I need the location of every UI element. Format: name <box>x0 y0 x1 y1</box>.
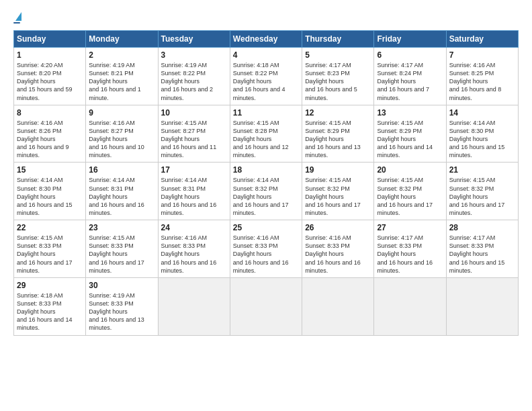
week-row-1: 1 Sunrise: 4:20 AMSunset: 8:20 PMDayligh… <box>14 48 519 105</box>
day-number: 14 <box>449 108 515 118</box>
calendar-cell: 8 Sunrise: 4:16 AMSunset: 8:26 PMDayligh… <box>14 105 86 163</box>
day-number: 12 <box>305 108 371 118</box>
calendar-cell: 26 Sunrise: 4:16 AMSunset: 8:33 PMDaylig… <box>302 220 374 278</box>
cell-info: Sunrise: 4:16 AMSunset: 8:33 PMDaylight … <box>161 234 217 274</box>
cell-info: Sunrise: 4:16 AMSunset: 8:25 PMDaylight … <box>449 62 502 101</box>
calendar-cell: 30 Sunrise: 4:19 AMSunset: 8:33 PMDaylig… <box>86 277 158 335</box>
cell-info: Sunrise: 4:16 AMSunset: 8:26 PMDaylight … <box>17 120 69 159</box>
calendar-cell: 15 Sunrise: 4:14 AMSunset: 8:30 PMDaylig… <box>14 163 86 220</box>
cell-info: Sunrise: 4:19 AMSunset: 8:22 PMDaylight … <box>161 62 214 101</box>
day-number: 2 <box>89 50 154 60</box>
calendar-table: SundayMondayTuesdayWednesdayThursdayFrid… <box>13 30 519 336</box>
calendar-cell <box>158 277 230 335</box>
cell-info: Sunrise: 4:17 AMSunset: 8:33 PMDaylight … <box>377 234 433 274</box>
day-number: 22 <box>17 223 83 232</box>
calendar-cell: 27 Sunrise: 4:17 AMSunset: 8:33 PMDaylig… <box>374 220 446 278</box>
cell-info: Sunrise: 4:15 AMSunset: 8:27 PMDaylight … <box>161 120 217 159</box>
logo-triangle-icon <box>15 12 21 21</box>
cell-info: Sunrise: 4:16 AMSunset: 8:33 PMDaylight … <box>233 234 289 274</box>
weekday-header-wednesday: Wednesday <box>230 31 302 48</box>
day-number: 23 <box>89 223 154 232</box>
day-number: 17 <box>161 165 227 175</box>
weekday-header-thursday: Thursday <box>302 31 374 48</box>
calendar-cell: 23 Sunrise: 4:15 AMSunset: 8:33 PMDaylig… <box>86 220 158 278</box>
calendar-cell: 19 Sunrise: 4:15 AMSunset: 8:32 PMDaylig… <box>302 163 374 220</box>
day-number: 15 <box>17 165 83 175</box>
cell-info: Sunrise: 4:17 AMSunset: 8:23 PMDaylight … <box>305 62 357 101</box>
calendar-cell <box>302 277 374 335</box>
page: SundayMondayTuesdayWednesdayThursdayFrid… <box>0 0 532 411</box>
calendar-cell <box>230 277 302 335</box>
day-number: 6 <box>377 50 443 60</box>
cell-info: Sunrise: 4:14 AMSunset: 8:30 PMDaylight … <box>449 120 505 159</box>
day-number: 8 <box>17 108 83 118</box>
calendar-cell: 22 Sunrise: 4:15 AMSunset: 8:33 PMDaylig… <box>14 220 86 278</box>
calendar-cell: 1 Sunrise: 4:20 AMSunset: 8:20 PMDayligh… <box>14 48 86 105</box>
cell-info: Sunrise: 4:16 AMSunset: 8:27 PMDaylight … <box>89 120 144 159</box>
cell-info: Sunrise: 4:18 AMSunset: 8:33 PMDaylight … <box>17 292 73 332</box>
cell-info: Sunrise: 4:15 AMSunset: 8:33 PMDaylight … <box>17 234 73 274</box>
calendar-cell: 20 Sunrise: 4:15 AMSunset: 8:32 PMDaylig… <box>374 163 446 220</box>
calendar-cell <box>374 277 446 335</box>
cell-info: Sunrise: 4:14 AMSunset: 8:31 PMDaylight … <box>89 177 144 216</box>
calendar-cell: 4 Sunrise: 4:18 AMSunset: 8:22 PMDayligh… <box>230 48 302 105</box>
calendar-cell: 18 Sunrise: 4:14 AMSunset: 8:32 PMDaylig… <box>230 163 302 220</box>
day-number: 21 <box>449 165 515 175</box>
calendar-cell: 12 Sunrise: 4:15 AMSunset: 8:29 PMDaylig… <box>302 105 374 163</box>
cell-info: Sunrise: 4:17 AMSunset: 8:24 PMDaylight … <box>377 62 429 101</box>
day-number: 18 <box>233 165 299 175</box>
day-number: 30 <box>89 281 154 290</box>
calendar-cell: 10 Sunrise: 4:15 AMSunset: 8:27 PMDaylig… <box>158 105 230 163</box>
weekday-header-tuesday: Tuesday <box>158 31 230 48</box>
header <box>13 12 519 24</box>
weekday-header-row: SundayMondayTuesdayWednesdayThursdayFrid… <box>14 31 519 48</box>
logo-blue-text <box>13 22 20 24</box>
weekday-header-sunday: Sunday <box>14 31 86 48</box>
weekday-header-friday: Friday <box>374 31 446 48</box>
cell-info: Sunrise: 4:14 AMSunset: 8:31 PMDaylight … <box>161 177 217 216</box>
calendar-cell: 28 Sunrise: 4:17 AMSunset: 8:33 PMDaylig… <box>446 220 518 278</box>
day-number: 19 <box>305 165 371 175</box>
calendar-cell: 25 Sunrise: 4:16 AMSunset: 8:33 PMDaylig… <box>230 220 302 278</box>
day-number: 28 <box>449 223 515 232</box>
day-number: 11 <box>233 108 299 118</box>
calendar-cell: 14 Sunrise: 4:14 AMSunset: 8:30 PMDaylig… <box>446 105 518 163</box>
calendar-cell: 21 Sunrise: 4:15 AMSunset: 8:32 PMDaylig… <box>446 163 518 220</box>
day-number: 16 <box>89 165 154 175</box>
week-row-4: 22 Sunrise: 4:15 AMSunset: 8:33 PMDaylig… <box>14 220 519 278</box>
calendar-cell <box>446 277 518 335</box>
day-number: 26 <box>305 223 371 232</box>
cell-info: Sunrise: 4:15 AMSunset: 8:29 PMDaylight … <box>377 120 433 159</box>
weekday-header-monday: Monday <box>86 31 158 48</box>
day-number: 29 <box>17 281 83 290</box>
cell-info: Sunrise: 4:15 AMSunset: 8:28 PMDaylight … <box>233 120 289 159</box>
day-number: 10 <box>161 108 227 118</box>
calendar-cell: 6 Sunrise: 4:17 AMSunset: 8:24 PMDayligh… <box>374 48 446 105</box>
cell-info: Sunrise: 4:14 AMSunset: 8:30 PMDaylight … <box>17 177 73 216</box>
cell-info: Sunrise: 4:15 AMSunset: 8:33 PMDaylight … <box>89 234 144 274</box>
day-number: 4 <box>233 50 299 60</box>
calendar-cell: 13 Sunrise: 4:15 AMSunset: 8:29 PMDaylig… <box>374 105 446 163</box>
calendar-cell: 17 Sunrise: 4:14 AMSunset: 8:31 PMDaylig… <box>158 163 230 220</box>
calendar-cell: 9 Sunrise: 4:16 AMSunset: 8:27 PMDayligh… <box>86 105 158 163</box>
day-number: 5 <box>305 50 371 60</box>
cell-info: Sunrise: 4:15 AMSunset: 8:32 PMDaylight … <box>377 177 433 216</box>
calendar-cell: 29 Sunrise: 4:18 AMSunset: 8:33 PMDaylig… <box>14 277 86 335</box>
day-number: 1 <box>17 50 83 60</box>
day-number: 25 <box>233 223 299 232</box>
week-row-5: 29 Sunrise: 4:18 AMSunset: 8:33 PMDaylig… <box>14 277 519 335</box>
calendar-cell: 2 Sunrise: 4:19 AMSunset: 8:21 PMDayligh… <box>86 48 158 105</box>
day-number: 24 <box>161 223 227 232</box>
calendar-cell: 16 Sunrise: 4:14 AMSunset: 8:31 PMDaylig… <box>86 163 158 220</box>
day-number: 27 <box>377 223 443 232</box>
calendar-cell: 3 Sunrise: 4:19 AMSunset: 8:22 PMDayligh… <box>158 48 230 105</box>
cell-info: Sunrise: 4:14 AMSunset: 8:32 PMDaylight … <box>233 177 289 216</box>
logo <box>13 12 21 24</box>
day-number: 3 <box>161 50 227 60</box>
cell-info: Sunrise: 4:15 AMSunset: 8:29 PMDaylight … <box>305 120 361 159</box>
calendar-cell: 7 Sunrise: 4:16 AMSunset: 8:25 PMDayligh… <box>446 48 518 105</box>
week-row-2: 8 Sunrise: 4:16 AMSunset: 8:26 PMDayligh… <box>14 105 519 163</box>
cell-info: Sunrise: 4:17 AMSunset: 8:33 PMDaylight … <box>449 234 505 274</box>
cell-info: Sunrise: 4:16 AMSunset: 8:33 PMDaylight … <box>305 234 361 274</box>
cell-info: Sunrise: 4:18 AMSunset: 8:22 PMDaylight … <box>233 62 285 101</box>
